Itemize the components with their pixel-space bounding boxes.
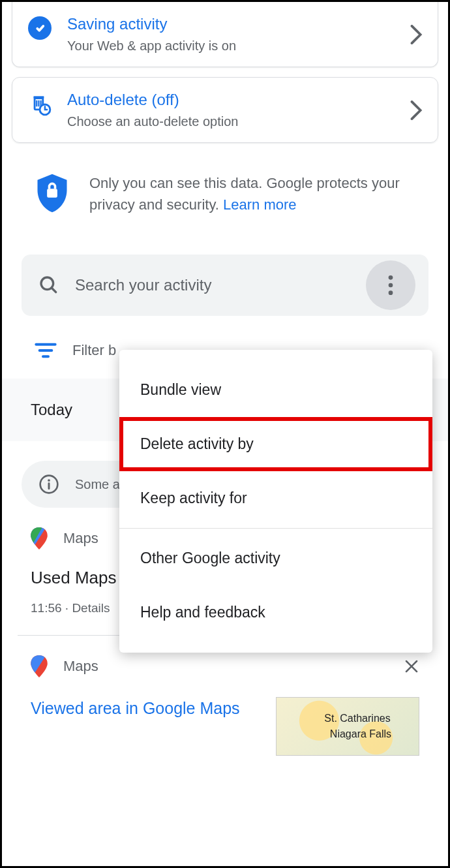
menu-separator (119, 528, 432, 529)
learn-more-link[interactable]: Learn more (223, 196, 297, 213)
maps-pin-icon (31, 527, 48, 550)
check-shield-icon (27, 15, 53, 40)
svg-point-8 (48, 479, 50, 482)
maps-pin-icon (31, 655, 48, 677)
auto-delete-icon (27, 91, 53, 117)
search-bar: Search your activity (22, 255, 428, 316)
svg-point-4 (389, 275, 393, 280)
shield-lock-icon (35, 172, 70, 215)
card-title: Auto-delete (off) (67, 91, 396, 109)
menu-item-help-feedback[interactable]: Help and feedback (119, 585, 432, 640)
activity-app-name: Maps (63, 658, 388, 675)
map-thumbnail[interactable]: St. Catharines Niagara Falls (276, 697, 419, 756)
filter-label: Filter b (72, 342, 116, 359)
svg-point-0 (28, 16, 52, 40)
search-icon (38, 275, 59, 296)
chevron-right-icon (410, 101, 423, 120)
map-label: St. Catharines (324, 713, 390, 724)
menu-item-delete-activity-by[interactable]: Delete activity by (119, 417, 432, 471)
activity-link-title[interactable]: Viewed area in Google Maps (31, 697, 263, 720)
menu-item-bundle-view[interactable]: Bundle view (119, 363, 432, 417)
svg-point-5 (389, 283, 393, 288)
menu-item-keep-activity-for[interactable]: Keep activity for (119, 471, 432, 525)
card-subtitle: Your Web & app activity is on (67, 39, 396, 54)
card-subtitle: Choose an auto-delete option (67, 114, 396, 129)
menu-item-other-google-activity[interactable]: Other Google activity (119, 531, 432, 585)
more-options-menu: Bundle view Delete activity by Keep acti… (119, 350, 432, 653)
info-icon (38, 474, 59, 495)
map-label: Niagara Falls (330, 728, 391, 740)
activity-item-viewed-area[interactable]: Viewed area in Google Maps St. Catharine… (2, 684, 448, 769)
more-options-button[interactable] (366, 260, 415, 310)
card-auto-delete[interactable]: Auto-delete (off) Choose an auto-delete … (12, 77, 438, 143)
svg-point-6 (389, 290, 393, 295)
svg-rect-2 (47, 189, 57, 198)
kebab-icon (388, 275, 393, 295)
close-icon[interactable] (404, 659, 419, 674)
privacy-notice: Only you can see this data. Google prote… (2, 153, 448, 235)
chevron-right-icon (410, 25, 423, 44)
search-input[interactable]: Search your activity (75, 276, 350, 294)
info-text: Some a (75, 477, 120, 492)
filter-icon (35, 343, 57, 358)
card-title: Saving activity (67, 15, 396, 33)
card-saving-activity[interactable]: Saving activity Your Web & app activity … (12, 2, 438, 67)
